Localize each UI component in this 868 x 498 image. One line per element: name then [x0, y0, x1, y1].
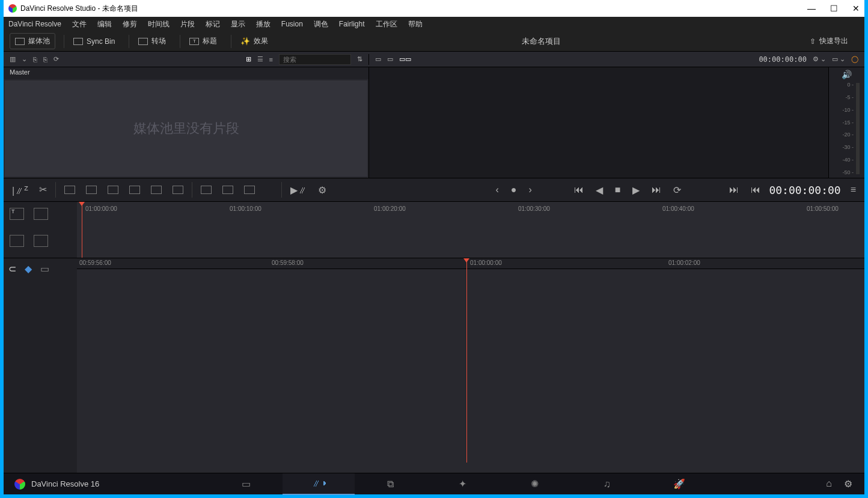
page-fairlight[interactable]: ♫ [571, 473, 643, 495]
source-tape-button[interactable]: ▭ [375, 55, 381, 63]
marker-button[interactable]: ◆ [25, 263, 32, 275]
flag-button[interactable]: ▭ [40, 263, 49, 275]
menu-view[interactable]: 显示 [231, 19, 245, 29]
timeline-tool-4[interactable] [34, 235, 48, 247]
home-button[interactable]: ⌂ [826, 478, 832, 490]
play-reverse-button[interactable]: ◀ [596, 184, 603, 196]
window-maximize-button[interactable]: ☐ [830, 4, 838, 13]
import-folder-button[interactable]: ⎘ [43, 56, 47, 63]
timeline-tracks[interactable]: 00:59:56:00 00:59:58:00 01:00:00:00 01:0… [77, 258, 864, 473]
ruler-tick: 01:00:10:00 [230, 205, 261, 212]
page-deliver[interactable]: 🚀 [643, 473, 715, 495]
menu-mark[interactable]: 标记 [206, 19, 220, 29]
ruler-tick: 01:00:00:00 [470, 260, 502, 266]
viewer-mode-button[interactable]: ▭ [387, 55, 393, 63]
loop-button[interactable]: ⟳ [673, 184, 681, 196]
viewer-options-dropdown[interactable]: ▭ ⌄ [832, 55, 845, 63]
menu-color[interactable]: 调色 [314, 19, 328, 29]
page-cut[interactable]: ⫽◗ [283, 473, 355, 495]
window-title: DaVinci Resolve Studio - 未命名项目 [20, 4, 138, 14]
ripple-overwrite-button[interactable] [108, 186, 118, 194]
play-button[interactable]: ▶ [632, 184, 640, 196]
overview-playhead[interactable] [82, 202, 82, 258]
timeline-playhead[interactable] [466, 258, 467, 463]
page-edit[interactable]: ⧉ [355, 473, 427, 495]
settings-button[interactable]: ⚙ [844, 478, 852, 490]
sync-bin-icon [73, 38, 83, 45]
menu-clip[interactable]: 片段 [180, 19, 195, 29]
window-close-button[interactable]: ✕ [852, 4, 860, 13]
append-button[interactable] [86, 186, 97, 194]
vu-label: -10 - [829, 107, 854, 113]
bin-dropdown[interactable]: ⌄ [22, 55, 27, 63]
menu-fairlight[interactable]: Fairlight [339, 20, 365, 28]
viewer-panel[interactable] [369, 67, 828, 178]
list-view-button[interactable]: ≡ [269, 56, 273, 63]
page-media[interactable]: ▭ [210, 473, 283, 495]
page-fusion[interactable]: ✦ [427, 473, 499, 495]
menu-edit[interactable]: 编辑 [97, 19, 112, 29]
page-color[interactable]: ✺ [499, 473, 571, 495]
boring-detector-button[interactable]: |⫽z [12, 183, 28, 196]
quick-export-button[interactable]: ⇧ 快速导出 [804, 33, 854, 49]
import-media-button[interactable]: ⎘ [33, 56, 37, 63]
menu-trim[interactable]: 修剪 [123, 19, 137, 29]
media-pool-panel: Master 媒体池里没有片段 [4, 67, 369, 178]
fast-review-button[interactable]: ▶⫽ [290, 184, 307, 196]
menu-playback[interactable]: 播放 [256, 19, 270, 29]
snap-button[interactable]: ⊂ [8, 263, 16, 275]
dissolve-button[interactable] [201, 186, 212, 194]
menu-timeline[interactable]: 时间线 [148, 19, 170, 29]
bin-list-toggle[interactable]: ▥ [10, 55, 16, 63]
timeline-tool-2[interactable] [34, 208, 48, 220]
window-minimize-button[interactable]: — [807, 4, 816, 13]
timeline-options-button[interactable]: ⚙ [318, 184, 326, 196]
dual-viewer-button[interactable]: ▭▭ [399, 55, 411, 63]
bypass-grades-button[interactable]: ◯ [851, 55, 858, 63]
prev-clip-button[interactable]: ⏮ [751, 184, 760, 195]
refresh-button[interactable]: ⟳ [53, 55, 59, 63]
tools-dropdown[interactable]: ⚙ ⌄ [813, 55, 826, 63]
strip-view-button[interactable]: ☰ [257, 55, 263, 63]
sort-button[interactable]: ⇅ [357, 55, 362, 63]
media-pool-button[interactable]: 媒体池 [10, 33, 55, 49]
menu-help[interactable]: 帮助 [408, 19, 423, 29]
stop-button[interactable]: ■ [615, 184, 621, 195]
sync-bin-button[interactable]: Sync Bin [68, 34, 120, 49]
split-clip-button[interactable]: ✂ [39, 184, 47, 195]
smart-insert-button[interactable] [64, 186, 75, 194]
menu-bar: DaVinci Resolve 文件 编辑 修剪 时间线 片段 标记 显示 播放… [4, 17, 864, 31]
speaker-icon[interactable]: 🔊 [842, 70, 852, 79]
titles-button[interactable]: T 标题 [184, 33, 222, 49]
timeline-ruler[interactable]: 00:59:56:00 00:59:58:00 01:00:00:00 01:0… [77, 258, 864, 269]
media-pool-breadcrumb[interactable]: Master [4, 67, 368, 79]
thumbnail-view-button[interactable]: ⊞ [246, 55, 251, 63]
menu-file[interactable]: 文件 [72, 19, 87, 29]
timeline-tool-3[interactable] [10, 235, 24, 247]
effects-button[interactable]: ✨ 效果 [235, 33, 274, 49]
cut-button[interactable] [222, 186, 233, 194]
timeline-menu-button[interactable]: ≡ [851, 184, 864, 195]
vu-label: -5 - [829, 94, 854, 100]
go-last-button[interactable]: ⏭ [652, 184, 661, 195]
vu-label: -15 - [829, 120, 854, 126]
next-clip-button[interactable]: ⏭ [729, 184, 739, 195]
prev-edit-button[interactable]: ‹ [495, 184, 498, 195]
audio-meter: 🔊 0 - -5 - -10 - -15 - -20 - -30 - -40 -… [828, 67, 864, 178]
timeline-overview-ruler[interactable]: 01:00:00:00 01:00:10:00 01:00:20:00 01:0… [77, 202, 864, 258]
transitions-button[interactable]: 转场 [133, 33, 171, 49]
separator [231, 35, 231, 48]
stop-marker-button[interactable]: ● [511, 184, 517, 195]
timeline-tool-1[interactable]: T [10, 208, 24, 220]
source-overwrite-button[interactable] [173, 186, 183, 194]
menu-fusion[interactable]: Fusion [281, 20, 303, 28]
next-edit-button[interactable]: › [528, 184, 531, 195]
go-first-button[interactable]: ⏮ [574, 184, 584, 195]
close-up-button[interactable] [129, 186, 140, 194]
search-input[interactable] [279, 54, 351, 65]
smooth-cut-button[interactable] [244, 186, 255, 194]
menu-workspace[interactable]: 工作区 [376, 19, 397, 29]
place-on-top-button[interactable] [151, 186, 162, 194]
effects-icon: ✨ [240, 37, 250, 46]
menu-davinci[interactable]: DaVinci Resolve [8, 20, 61, 28]
